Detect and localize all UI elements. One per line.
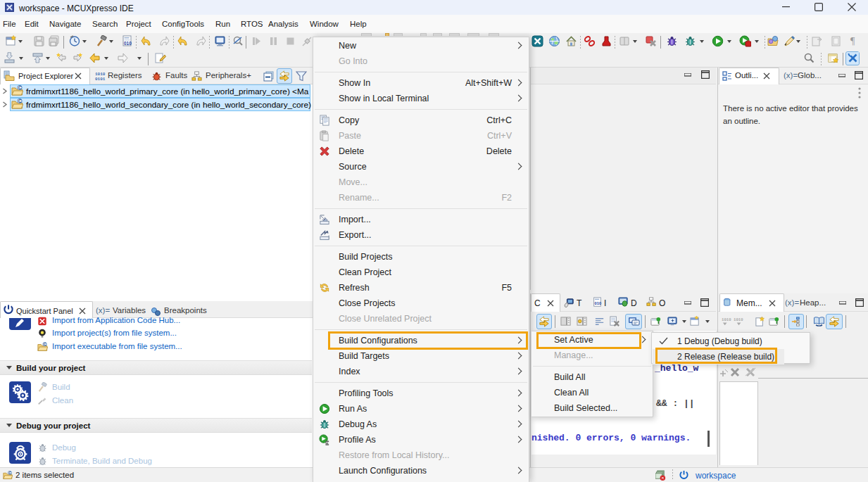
svg-text:010: 010 xyxy=(124,41,132,46)
svg-text:1010: 1010 xyxy=(722,317,731,322)
svg-text:010: 010 xyxy=(595,301,602,305)
svg-text:¶: ¶ xyxy=(850,36,855,46)
svg-text:1010: 1010 xyxy=(734,317,743,322)
svg-text:0101: 0101 xyxy=(95,77,106,81)
svg-text:1010: 1010 xyxy=(95,72,106,77)
svg-text:C: C xyxy=(18,85,22,90)
svg-text:C: C xyxy=(18,99,22,103)
svg-text:C: C xyxy=(8,471,11,475)
svg-text:C: C xyxy=(44,342,46,346)
